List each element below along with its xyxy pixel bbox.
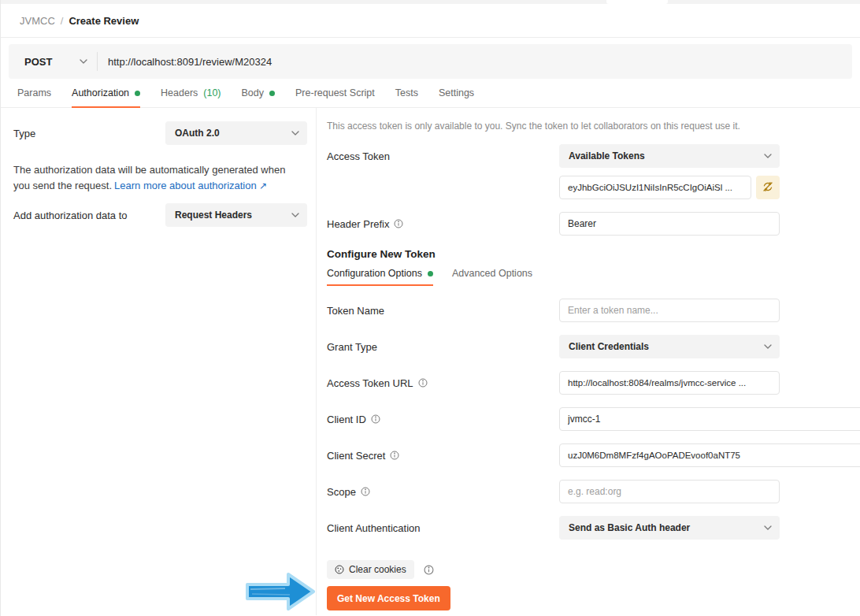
info-icon[interactable] [424, 565, 434, 575]
request-url-row: POST http://localhost:8091/review/M20324 [1, 38, 860, 79]
tab-headers[interactable]: Headers (10) [150, 79, 231, 107]
client-authentication-select[interactable]: Send as Basic Auth header [559, 516, 780, 540]
clear-cookies-button[interactable]: Clear cookies [327, 560, 414, 579]
tab-pre-request-script[interactable]: Pre-request Script [285, 79, 385, 107]
learn-more-link[interactable]: Learn more about authorization ↗ [114, 180, 267, 191]
grant-type-row: Grant Type Client Credentials [327, 335, 860, 358]
request-editor-page: JVMCC / Create Review POST http://localh… [0, 0, 860, 616]
green-dot-icon [135, 91, 140, 96]
green-dot-icon [428, 271, 433, 276]
client-id-label: Client ID [327, 414, 366, 425]
add-auth-data-label: Add authorization data to [13, 210, 128, 221]
cookie-icon [335, 565, 344, 574]
window-tab-strip [1, 0, 860, 4]
request-tabs: Params Authorization Headers (10) Body P… [1, 79, 860, 108]
tab-tests[interactable]: Tests [385, 79, 428, 107]
headers-count-badge: (10) [203, 87, 221, 98]
subtab-configuration-options[interactable]: Configuration Options [327, 268, 433, 286]
breadcrumb-separator: / [61, 15, 64, 27]
get-new-access-token-button[interactable]: Get New Access Token [327, 586, 450, 610]
green-dot-icon [269, 91, 275, 96]
breadcrumb-request-name: Create Review [69, 15, 139, 27]
header-prefix-input[interactable] [559, 212, 780, 236]
header-prefix-row: Header Prefix [327, 212, 860, 236]
access-token-row: Access Token Available Tokens [327, 144, 860, 168]
grant-type-label: Grant Type [327, 341, 559, 353]
client-id-input[interactable] [559, 407, 860, 431]
auth-type-label: Type [13, 128, 35, 139]
scope-input[interactable] [559, 480, 780, 503]
access-token-value-row [327, 176, 860, 199]
tab-authorization[interactable]: Authorization [61, 79, 150, 107]
token-actions: Clear cookies Get New Access Token [327, 560, 860, 610]
method-label: POST [24, 56, 52, 68]
auth-type-row: Type OAuth 2.0 [13, 121, 307, 145]
header-prefix-label: Header Prefix [327, 218, 389, 230]
auth-description: The authorization data will be automatic… [13, 162, 307, 194]
client-secret-row: Client Secret [327, 443, 860, 467]
token-name-row: Token Name [327, 299, 860, 322]
oauth2-config-panel: This access token is only available to y… [317, 108, 860, 615]
url-input[interactable]: http://localhost:8091/review/M20324 [98, 56, 272, 68]
token-sync-disabled-button[interactable] [756, 176, 780, 199]
tab-settings[interactable]: Settings [428, 79, 484, 107]
grant-type-select[interactable]: Client Credentials [559, 335, 780, 358]
sync-disabled-icon [762, 181, 773, 195]
access-token-url-label: Access Token URL [327, 377, 413, 389]
access-token-url-input[interactable] [559, 371, 780, 395]
chevron-down-icon [80, 59, 87, 64]
breadcrumb: JVMCC / Create Review [1, 4, 860, 38]
info-icon[interactable] [361, 487, 370, 496]
add-auth-data-select[interactable]: Request Headers [165, 203, 307, 227]
access-token-url-row: Access Token URL [327, 371, 860, 395]
external-link-icon: ↗ [259, 180, 267, 191]
configure-new-token-heading: Configure New Token [327, 248, 860, 260]
info-icon[interactable] [371, 414, 380, 424]
tab-params[interactable]: Params [7, 79, 61, 107]
chevron-down-icon [764, 344, 772, 349]
chevron-down-icon [764, 154, 772, 158]
add-auth-data-row: Add authorization data to Request Header… [13, 203, 307, 227]
configure-subtabs: Configuration Options Advanced Options [327, 268, 860, 286]
tab-body[interactable]: Body [232, 79, 286, 107]
client-authentication-label: Client Authentication [327, 522, 559, 534]
info-icon[interactable] [394, 219, 403, 228]
authorization-editor: Type OAuth 2.0 The authorization data wi… [1, 108, 860, 615]
available-tokens-select[interactable]: Available Tokens [559, 144, 780, 168]
client-secret-input[interactable] [559, 443, 860, 467]
active-tab-notch [606, 0, 668, 4]
token-name-label: Token Name [327, 305, 559, 317]
method-dropdown[interactable]: POST [9, 56, 97, 68]
token-name-input[interactable] [559, 299, 780, 322]
scope-row: Scope [327, 480, 860, 503]
access-token-label: Access Token [327, 150, 559, 162]
client-authentication-row: Client Authentication Send as Basic Auth… [327, 516, 860, 540]
token-sync-notice: This access token is only available to y… [327, 121, 860, 132]
breadcrumb-collection[interactable]: JVMCC [20, 15, 55, 27]
chevron-down-icon [764, 525, 772, 530]
subtab-advanced-options[interactable]: Advanced Options [452, 268, 532, 286]
request-url-bar: POST http://localhost:8091/review/M20324 [9, 44, 852, 79]
auth-type-select[interactable]: OAuth 2.0 [165, 121, 307, 145]
info-icon[interactable] [390, 451, 399, 460]
info-icon[interactable] [418, 378, 428, 388]
chevron-down-icon [291, 213, 299, 217]
chevron-down-icon [291, 131, 299, 135]
client-secret-label: Client Secret [327, 450, 385, 462]
scope-label: Scope [327, 486, 356, 498]
client-id-row: Client ID [327, 407, 860, 431]
access-token-input[interactable] [559, 176, 751, 199]
auth-type-panel: Type OAuth 2.0 The authorization data wi… [1, 108, 317, 615]
